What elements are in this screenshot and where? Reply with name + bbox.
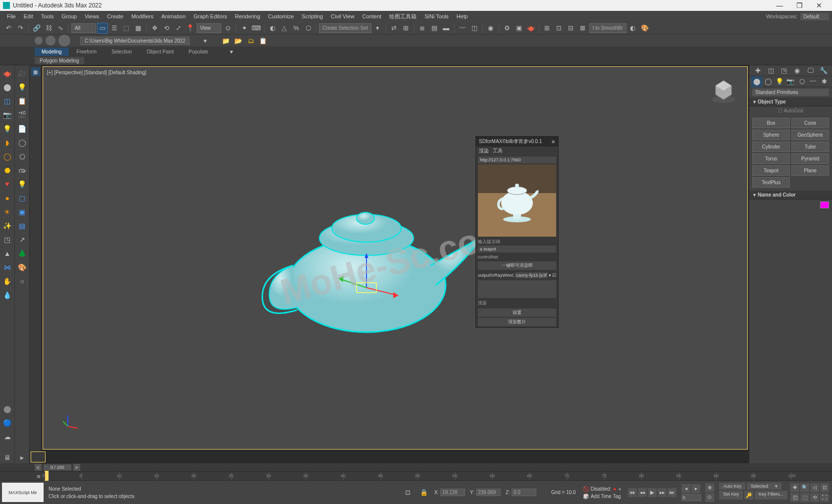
redo-button[interactable]: ↷ [15,23,26,34]
viewcube[interactable] [710,77,737,104]
motion-panel-icon[interactable]: ◉ [792,65,803,76]
time-settings-button[interactable]: ⏲ [705,493,714,502]
sd-model-dropdown[interactable]: canny-fp16 [e3f [515,272,548,278]
align-button[interactable]: ⊞ [401,23,412,34]
bind-button[interactable]: ∿ [55,23,66,34]
selected-dropdown[interactable]: Selected▾ [747,483,781,490]
tool-icon-c[interactable]: ⊟ [566,23,576,34]
bone-icon[interactable]: ⋈ [1,261,13,273]
arrow-icon[interactable]: ↗ [16,234,28,246]
ribbon-tab-populate[interactable]: Populate [182,48,215,56]
menu-animation[interactable]: Animation [157,12,190,21]
systems-category-icon[interactable]: ✱ [819,76,830,87]
plane-button[interactable]: Plane [791,165,829,176]
ref-coord-dropdown[interactable]: View [197,23,221,33]
tool-icon-b[interactable]: ⊡ [554,23,565,34]
workspace-dropdown[interactable]: Default [800,13,829,20]
modify-panel-icon[interactable]: ◫ [766,65,777,76]
sd-plugin-panel[interactable]: SDforMAX©bilb李宵萝v0.0.1 ✕ 渲染 工具 http://12… [475,136,559,328]
sd-output-list[interactable] [478,280,556,298]
maximize-button[interactable]: ❐ [789,0,809,11]
ribbon-tab-modeling[interactable]: Modeling [35,48,69,56]
layers-button[interactable]: ≣ [417,23,428,34]
cube-time-icon[interactable]: 🎲 [583,494,589,499]
tree-icon[interactable]: 🌲 [16,248,28,259]
time-slider[interactable]: < 0 / 100 > [0,463,832,471]
cloud-icon[interactable]: ☁ [1,431,13,443]
x-coord-input[interactable] [440,489,465,496]
folder-icon-b[interactable]: 📂 [233,35,244,46]
time-slider-handle[interactable]: 0 / 100 [44,464,71,470]
selection-set-dropdown[interactable]: ▾ [372,23,383,34]
gray-dot-icon[interactable]: ● [618,486,621,492]
ribbon-tab-freeform[interactable]: Freeform [70,48,104,56]
create-panel-icon[interactable]: ✚ [752,65,763,76]
red-dot-icon[interactable]: ● [613,486,616,492]
select-name-button[interactable]: ☰ [109,23,120,34]
viewport-thumb-active[interactable] [31,452,46,462]
nav-fov-icon[interactable]: ◁ [810,483,819,492]
sphere-icon-medium[interactable] [46,36,55,46]
box-tool-icon[interactable]: ◫ [1,95,13,107]
sd-url-field[interactable]: http://127.0.0.1:7860 [478,156,556,163]
star-icon[interactable]: 🔻 [1,178,13,190]
sd-generate-button[interactable]: 一键即可渲染即 [478,261,556,270]
key-icon-a[interactable]: 🔑 [744,491,753,500]
color-cube-icon[interactable]: 🎨 [16,261,28,273]
keyfilters-button[interactable]: Key Filters... [755,491,787,500]
triangle-icon[interactable]: ▲ [1,248,13,259]
nav-zoomext-icon[interactable]: ◫ [790,493,799,502]
cameras-category-icon[interactable]: 📷 [785,76,796,87]
ribbon-tab-selection[interactable]: Selection [104,48,139,56]
menu-modifiers[interactable]: Modifiers [127,12,157,21]
nav-region-icon[interactable]: ⬚ [800,493,809,502]
sq-a-icon[interactable]: ▢ [16,192,28,204]
next-key-button[interactable]: ▸ [691,484,700,493]
smooth-field[interactable]: t to SmoothBr [589,23,626,33]
select-rect-button[interactable]: ⬚ [121,23,132,34]
autogrid-checkbox[interactable]: ☐ AutoGrid [749,106,832,115]
viewport-label[interactable]: [+] [Perspective] [Standard] [Default Sh… [47,70,146,75]
tube-button[interactable]: Tube [791,142,829,152]
menu-tools[interactable]: Tools [37,12,58,21]
ribbon-polygon-modeling[interactable]: Polygon Modeling [35,57,84,64]
drop-icon[interactable]: 💧 [1,289,13,301]
name-color-rollout[interactable]: ▾Name and Color [749,191,832,200]
toggle-ribbon-button[interactable]: ▬ [441,23,452,34]
time-config-button[interactable]: ⊕ [705,483,714,492]
object-type-rollout[interactable]: ▾Object Type [749,98,832,106]
menu-rendering[interactable]: Rendering [231,12,264,21]
pentagon-icon[interactable]: ⬠ [16,151,28,162]
light-icon[interactable]: 💡 [1,123,13,135]
snap-button[interactable]: ◐ [267,23,278,34]
sd-panel-close-icon[interactable]: ✕ [551,139,555,145]
add-time-tag[interactable]: Add Time Tag [591,494,621,499]
sd-prompt-input[interactable]: a teapot [478,246,556,252]
nav-orbit-icon[interactable]: ⟲ [810,493,819,502]
sd-checkbox[interactable]: ☑ [552,273,556,278]
play-button[interactable]: ▶ [648,488,657,497]
angle-snap-button[interactable]: △ [279,23,290,34]
project-path-field[interactable]: C:\Users\Big White\Documents\3ds Max 202… [80,37,190,45]
close-button[interactable]: ✕ [809,0,829,11]
cylinder-button[interactable]: Cylinder [752,142,790,152]
menu-civil-view[interactable]: Civil View [327,12,358,21]
sq-c-icon[interactable]: ▤ [16,220,28,232]
shapes-category-icon[interactable]: ◯ [763,76,774,87]
object-color-swatch[interactable] [820,202,829,208]
rotate-button[interactable]: ⟲ [161,23,172,34]
sq-b-icon[interactable]: ▣ [16,206,28,218]
ribbon-collapse-icon[interactable]: ▾ [226,46,237,57]
sd-render-image-button[interactable]: 渲染图片 [478,318,556,326]
tube-icon[interactable]: ◗ [1,137,13,149]
box-button[interactable]: Box [752,118,790,128]
menu-create[interactable]: Create [103,12,127,21]
isolate-icon[interactable]: ⊡ [403,487,414,498]
sd-tab-render[interactable]: 渲染 [479,148,489,154]
menu-graph-editors[interactable]: Graph Editors [190,12,231,21]
color-dots-icon[interactable]: 🔵 [1,417,13,429]
text-icon[interactable]: ⬣ [1,164,13,176]
pyramid-button[interactable]: Pyramid [791,153,829,164]
mirror-button[interactable]: ⇄ [389,23,400,34]
menu-file[interactable]: File [3,12,20,21]
